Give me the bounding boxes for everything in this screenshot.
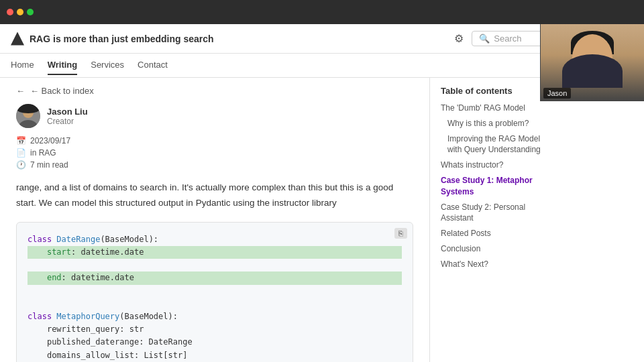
close-button[interactable] [7, 9, 13, 15]
metadata-date: 2023/09/17 [30, 136, 70, 145]
author-name: Jason Liu [47, 107, 88, 117]
nav-title: RAG is more than just embedding search [30, 34, 214, 44]
browser-content: RAG is more than just embedding search ⚙… [0, 24, 644, 362]
browser-bar [0, 0, 644, 24]
toc-item-9[interactable]: What's Next? [441, 259, 553, 270]
minimize-button[interactable] [17, 9, 23, 15]
code-copy-button-1[interactable]: ⎘ [394, 228, 407, 239]
body-shape [562, 54, 623, 88]
toc-sidebar: Table of contents The 'Dumb' RAG Model W… [429, 78, 564, 362]
search-icon: 🔍 [479, 34, 490, 44]
article-intro-text: range, and a list of domains to search i… [16, 180, 413, 211]
search-placeholder: Search [494, 34, 521, 44]
metadata-readtime-row: 🕐 7 min read [16, 160, 413, 170]
author-row: Jason Liu Creator [16, 104, 413, 128]
nav-logo: RAG is more than just embedding search [11, 32, 214, 46]
nav-services[interactable]: Services [91, 56, 124, 75]
video-overlay: Jason [540, 24, 644, 101]
browser-frame: RAG is more than just embedding search ⚙… [0, 0, 644, 362]
toc-item-7[interactable]: Related Posts [441, 228, 553, 239]
svg-rect-2 [16, 104, 40, 113]
metadata-category: in RAG [30, 148, 56, 158]
clock-icon: 🕐 [16, 160, 26, 170]
browser-controls [7, 9, 34, 15]
article: ← ← Back to index [0, 78, 429, 362]
back-link[interactable]: ← ← Back to index [16, 86, 413, 96]
toc-item-8[interactable]: Conclusion [441, 243, 553, 255]
code-content-1: class DateRange(BaseModel): start: datet… [28, 233, 402, 362]
toc-title: Table of contents [441, 86, 553, 96]
toc-item-4[interactable]: Whats instructor? [441, 160, 553, 171]
author-avatar [16, 104, 40, 128]
nav-writing[interactable]: Writing [48, 56, 78, 75]
back-arrow-icon: ← [16, 86, 25, 96]
toc-item-5[interactable]: Case Study 1: Metaphor Systems [441, 175, 553, 198]
metadata-readtime: 7 min read [30, 160, 68, 170]
settings-icon[interactable]: ⚙ [454, 32, 464, 45]
category-icon: 📄 [16, 148, 26, 158]
back-link-label: ← Back to index [30, 86, 94, 96]
toc-item-6[interactable]: Case Study 2: Personal Assistant [441, 202, 553, 225]
toc-item-1[interactable]: The 'Dumb' RAG Model [441, 103, 553, 114]
metadata: 📅 2023/09/17 📄 in RAG 🕐 7 min read [16, 136, 413, 170]
nav-contact[interactable]: Contact [138, 56, 168, 75]
logo-icon [11, 32, 24, 46]
author-role: Creator [47, 117, 88, 126]
calendar-icon: 📅 [16, 136, 26, 145]
metadata-date-row: 📅 2023/09/17 [16, 136, 413, 145]
maximize-button[interactable] [27, 9, 34, 15]
toc-item-3[interactable]: Improving the RAG Model with Query Under… [441, 133, 553, 156]
metadata-category-row: 📄 in RAG [16, 148, 413, 158]
main-content: ← ← Back to index [0, 78, 644, 362]
code-block-1: ⎘ class DateRange(BaseModel): start: dat… [16, 222, 413, 362]
video-name-tag: Jason [543, 88, 571, 99]
author-info: Jason Liu Creator [47, 107, 88, 126]
nav-home[interactable]: Home [11, 56, 34, 75]
toc-item-2[interactable]: Why is this a problem? [441, 118, 553, 129]
